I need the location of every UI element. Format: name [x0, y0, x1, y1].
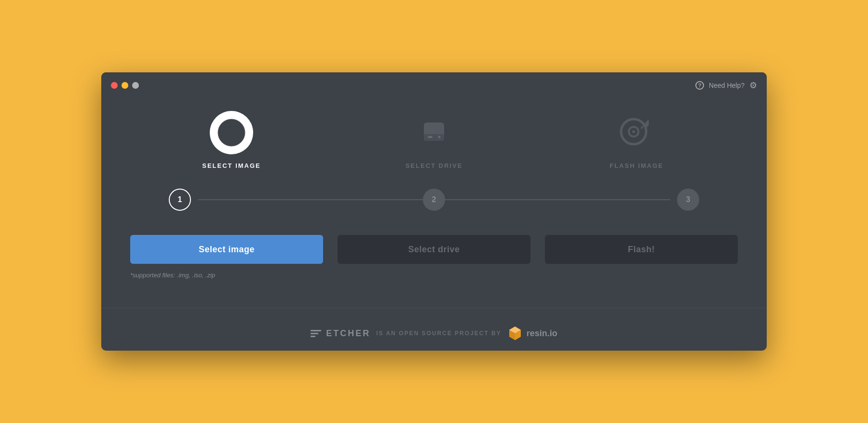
progress-container: 1 2 3	[130, 189, 738, 211]
step-circle-1: 1	[169, 189, 191, 211]
minimize-button[interactable]	[122, 82, 128, 89]
settings-icon[interactable]: ⚙	[749, 80, 757, 91]
footer-tagline: IS AN OPEN SOURCE PROJECT BY	[376, 330, 502, 337]
etcher-line-3	[311, 336, 315, 337]
etcher-lines-icon	[311, 330, 321, 337]
traffic-lights	[111, 82, 139, 89]
footer-divider	[101, 308, 767, 308]
etcher-line-1	[311, 330, 321, 331]
step-select-drive-label: SELECT DRIVE	[406, 162, 463, 169]
step-flash-image-label: FLASH IMAGE	[610, 162, 664, 169]
resin-name: resin.io	[527, 328, 557, 339]
svg-rect-7	[428, 136, 433, 138]
select-drive-icon-container	[412, 111, 456, 154]
select-image-icon-container	[210, 111, 253, 154]
flash-image-icon-container	[615, 111, 658, 154]
help-label[interactable]: Need Help?	[709, 82, 745, 89]
flash-icon	[617, 113, 656, 152]
svg-rect-6	[424, 134, 444, 141]
svg-point-3	[230, 131, 233, 134]
select-drive-button[interactable]: Select drive	[338, 235, 530, 264]
resin-cube-icon	[507, 326, 523, 341]
buttons-row: Select image Select drive Flash!	[130, 235, 738, 264]
footer: ETCHER IS AN OPEN SOURCE PROJECT BY resi…	[101, 318, 767, 351]
select-image-button[interactable]: Select image	[130, 235, 323, 264]
step-circle-3: 3	[677, 189, 699, 211]
supported-files-label: *supported files: .img, .iso, .zip	[130, 272, 738, 279]
etcher-name: ETCHER	[326, 328, 370, 339]
svg-point-8	[438, 136, 441, 138]
step-circle-2: 2	[423, 189, 445, 211]
step-select-image: SELECT IMAGE	[130, 111, 333, 169]
step-flash-image: FLASH IMAGE	[535, 111, 738, 169]
help-icon: ?	[695, 81, 704, 90]
flash-button[interactable]: Flash!	[545, 235, 738, 264]
resin-logo: resin.io	[507, 326, 557, 341]
close-button[interactable]	[111, 82, 118, 89]
svg-point-11	[632, 130, 635, 133]
step-select-image-label: SELECT IMAGE	[202, 162, 261, 169]
drive-icon	[417, 116, 451, 150]
disc-icon	[217, 118, 246, 147]
titlebar-right: ? Need Help? ⚙	[695, 80, 757, 91]
steps-container: SELECT IMAGE SELECT DRIVE	[130, 111, 738, 169]
main-content: SELECT IMAGE SELECT DRIVE	[101, 96, 767, 308]
etcher-logo: ETCHER	[311, 328, 370, 339]
step-select-drive: SELECT DRIVE	[333, 111, 535, 169]
titlebar: ? Need Help? ⚙	[101, 72, 767, 96]
maximize-button[interactable]	[132, 82, 139, 89]
etcher-line-2	[311, 333, 318, 334]
app-window: ? Need Help? ⚙	[101, 72, 767, 351]
